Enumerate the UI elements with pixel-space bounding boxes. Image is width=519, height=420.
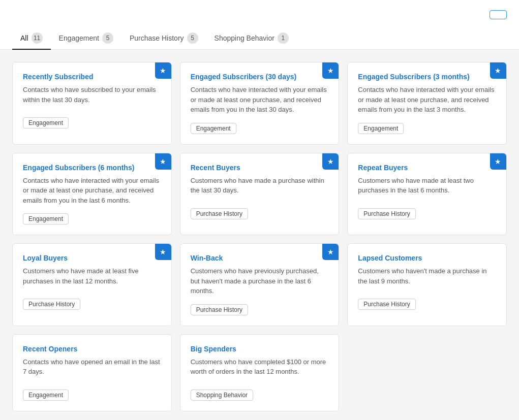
card-description: Contacts who have interacted with your e… [191, 85, 329, 115]
tab-badge: 1 [278, 33, 289, 44]
card-recent-openers[interactable]: Recent Openers Contacts who have opened … [12, 334, 172, 411]
card-win-back[interactable]: ★ Win-Back Customers who have previously… [180, 243, 340, 326]
create-custom-segment-button[interactable] [490, 10, 507, 19]
card-title: Win-Back [191, 254, 329, 262]
card-tag: Engagement [191, 123, 236, 134]
tab-shopping_behavior[interactable]: Shopping Behavior1 [206, 27, 297, 50]
tab-purchase_history[interactable]: Purchase History5 [121, 27, 206, 50]
tab-all[interactable]: All11 [12, 27, 51, 50]
card-engaged-subscribers-6months[interactable]: ★ Engaged Subscribers (6 months) Contact… [12, 153, 172, 236]
header-top [12, 10, 507, 19]
header: All11Engagement5Purchase History5Shoppin… [0, 0, 519, 50]
star-badge: ★ [155, 244, 171, 260]
card-tag: Purchase History [191, 304, 248, 315]
card-tag: Shopping Behavior [191, 390, 253, 401]
card-title: Recent Openers [23, 345, 161, 353]
tab-label: Purchase History [130, 34, 184, 42]
tab-label: Shopping Behavior [215, 34, 274, 42]
tab-label: All [20, 34, 28, 42]
star-badge: ★ [322, 62, 339, 79]
card-description: Contacts who have subscribed to your ema… [23, 85, 161, 109]
card-tag: Engagement [23, 213, 69, 224]
star-badge: ★ [490, 153, 506, 170]
star-badge: ★ [322, 244, 339, 260]
card-tag: Engagement [23, 117, 69, 128]
card-title: Engaged Subscribers (3 months) [358, 73, 496, 81]
page: All11Engagement5Purchase History5Shoppin… [0, 0, 519, 420]
card-description: Customers who have previously purchased,… [191, 266, 329, 296]
segment-grid: ★ Recently Subscribed Contacts who have … [12, 62, 507, 411]
star-badge: ★ [155, 153, 171, 170]
tab-badge: 5 [187, 33, 198, 44]
card-recently-subscribed[interactable]: ★ Recently Subscribed Contacts who have … [12, 62, 172, 145]
card-tag: Purchase History [358, 208, 415, 219]
card-description: Contacts who have opened an email in the… [23, 357, 161, 381]
card-engaged-subscribers-3months[interactable]: ★ Engaged Subscribers (3 months) Contact… [347, 62, 507, 145]
card-tag: Purchase History [358, 299, 415, 310]
tab-engagement[interactable]: Engagement5 [51, 27, 121, 50]
tab-badge: 11 [32, 33, 43, 44]
card-title: Engaged Subscribers (30 days) [191, 73, 329, 81]
card-repeat-buyers[interactable]: ★ Repeat Buyers Customers who have made … [347, 153, 507, 236]
card-title: Recent Buyers [191, 164, 329, 172]
card-description: Customers who have made a purchase withi… [191, 176, 329, 200]
card-engaged-subscribers-30[interactable]: ★ Engaged Subscribers (30 days) Contacts… [180, 62, 340, 145]
card-description: Customers who have made at least five pu… [23, 266, 161, 290]
card-description: Contacts who have interacted with your e… [358, 85, 496, 115]
card-description: Customers who haven't made a purchase in… [358, 266, 496, 290]
card-title: Loyal Buyers [23, 254, 161, 262]
card-description: Contacts who have interacted with your e… [23, 176, 161, 206]
card-tag: Engagement [23, 390, 69, 401]
card-title: Engaged Subscribers (6 months) [23, 164, 161, 172]
card-recent-buyers[interactable]: ★ Recent Buyers Customers who have made … [180, 153, 340, 236]
card-description: Customers who have completed $100 or mor… [191, 357, 329, 381]
card-big-spenders[interactable]: Big Spenders Customers who have complete… [180, 334, 340, 411]
card-lapsed-customers[interactable]: Lapsed Customers Customers who haven't m… [347, 243, 507, 326]
star-badge: ★ [322, 153, 339, 170]
card-title: Big Spenders [191, 345, 329, 353]
card-title: Lapsed Customers [358, 254, 496, 262]
content-area: ★ Recently Subscribed Contacts who have … [0, 50, 519, 420]
card-title: Repeat Buyers [358, 164, 496, 172]
star-badge: ★ [155, 62, 171, 79]
card-description: Customers who have made at least two pur… [358, 176, 496, 200]
card-tag: Engagement [358, 123, 404, 134]
star-badge: ★ [490, 62, 506, 79]
tab-label: Engagement [59, 34, 99, 42]
card-tag: Purchase History [23, 299, 80, 310]
card-title: Recently Subscribed [23, 73, 161, 81]
tabs-bar: All11Engagement5Purchase History5Shoppin… [12, 27, 507, 49]
card-loyal-buyers[interactable]: ★ Loyal Buyers Customers who have made a… [12, 243, 172, 326]
card-tag: Purchase History [191, 208, 248, 219]
tab-badge: 5 [102, 33, 113, 44]
